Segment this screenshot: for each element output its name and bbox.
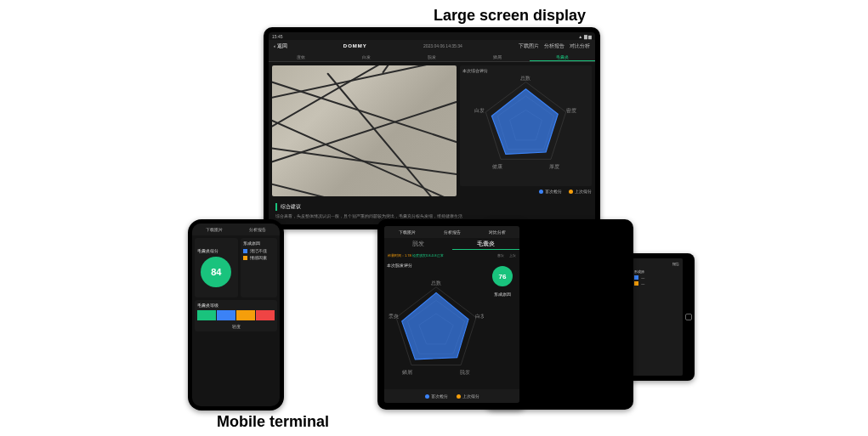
tab-item[interactable]: 脱发 xyxy=(400,52,465,61)
pad-tabs: 脱发 毛囊炎 xyxy=(384,238,519,250)
square-icon xyxy=(634,281,638,286)
pad-radar-card: 本次脱发评分 总数 白发 脱发 鳞屑 毛囊炎 xyxy=(387,263,485,387)
svg-text:毛囊炎: 毛囊炎 xyxy=(389,313,399,319)
pad-radar-title: 本次脱发评分 xyxy=(387,263,485,268)
score-circle: 84 xyxy=(201,257,231,287)
dot-icon xyxy=(457,394,461,399)
brand-logo: DOMMY xyxy=(343,43,367,48)
tab-item[interactable]: 脱发 xyxy=(384,238,452,250)
svg-marker-12 xyxy=(402,292,468,359)
status-time: 15:45 xyxy=(272,34,283,39)
home-button-icon[interactable] xyxy=(685,314,692,320)
large-screen-ui: 15:45 ▲ ▇ ▆ ‹ 返回 DOMMY 2023.04.06 14:35:… xyxy=(269,32,595,224)
report-button[interactable]: 分析报告 xyxy=(544,42,564,50)
tab-item-active[interactable]: 毛囊炎 xyxy=(452,238,520,250)
large-screen-device: 15:45 ▲ ▇ ▆ ‹ 返回 DOMMY 2023.04.06 14:35:… xyxy=(264,27,600,229)
pad-device: 下载图片 分析报告 对比分析 脱发 毛囊炎 检测时间：1.78 轻度脱发0.8-… xyxy=(377,219,526,410)
advice-text: 综合来看，头皮整体情况认识一般，且个别严重的问题较为突出，毛囊充分根头发细，维持… xyxy=(275,213,588,219)
large-screen-label: Large screen display xyxy=(434,7,586,25)
pad-meta: 检测时间：1.78 轻度脱发0.8-0.8 正常 首次上次 xyxy=(384,250,519,260)
status-bar: 15:45 ▲ ▇ ▆ xyxy=(269,32,595,40)
pad-legend: 首次检分 上次得分 xyxy=(384,389,519,403)
square-icon xyxy=(243,256,247,260)
svg-text:厚度: 厚度 xyxy=(549,163,559,169)
svg-text:脱发: 脱发 xyxy=(460,370,470,375)
svg-text:白发: 白发 xyxy=(475,314,484,319)
download-button[interactable]: 下载图片 xyxy=(399,229,416,235)
level-value: 轻度 xyxy=(197,324,275,329)
tab-item[interactable]: 度效 xyxy=(269,52,334,61)
square-icon xyxy=(243,249,247,253)
mobile-terminal-label: Mobile terminal xyxy=(217,413,329,431)
level-bars xyxy=(197,310,275,320)
tab-bar: 度效 白发 脱发 鳞屑 毛囊炎 xyxy=(269,52,595,62)
score-card: 毛囊炎得分 84 xyxy=(195,238,238,297)
advice-title: 综合建议 xyxy=(275,203,588,211)
radar-card: 本次综合评分 总数 密度 厚度 健康 白发 xyxy=(460,65,592,186)
radar-legend: 首次检分 上次得分 xyxy=(460,186,592,196)
timestamp: 2023.04.06 14:35:34 xyxy=(423,43,462,48)
dot-icon xyxy=(539,190,543,194)
meta-last: 上次 xyxy=(509,253,516,258)
svg-text:总数: 总数 xyxy=(520,76,531,81)
download-button[interactable]: 下载图片 xyxy=(206,227,223,232)
dot-icon xyxy=(425,394,429,399)
svg-text:白发: 白发 xyxy=(474,108,485,113)
radar-title: 本次综合评分 xyxy=(462,68,589,73)
score-title: 毛囊炎得分 xyxy=(197,248,218,253)
score-circle: 76 xyxy=(492,266,513,286)
svg-text:健康: 健康 xyxy=(492,163,502,169)
dot-icon xyxy=(569,190,573,194)
svg-text:鳞屑: 鳞屑 xyxy=(402,370,412,375)
mobile-header: 下载图片 分析报告 xyxy=(192,224,280,235)
report-button[interactable]: 报告 xyxy=(672,262,679,266)
pad-header: 下载图片 分析报告 对比分析 xyxy=(384,226,519,238)
meta-first: 首次 xyxy=(497,253,504,258)
svg-text:密度: 密度 xyxy=(566,107,576,113)
level-title: 毛囊炎等级 xyxy=(197,303,275,308)
scalp-image[interactable] xyxy=(272,65,457,196)
square-icon xyxy=(634,275,638,280)
tab-item-active[interactable]: 毛囊炎 xyxy=(530,52,595,61)
cause-card: 形成原因 清洁不佳 情感因素 xyxy=(241,238,277,297)
mobile-device: 下载图片 分析报告 毛囊炎得分 84 形成原因 清洁不佳 情感因素 毛囊炎等级 … xyxy=(188,219,284,411)
level-card: 毛囊炎等级 轻度 xyxy=(195,300,277,331)
meta-left: 检测时间：1.78 轻度脱发0.8-0.8 正常 xyxy=(388,253,445,258)
tab-item[interactable]: 鳞屑 xyxy=(464,52,530,61)
app-header: ‹ 返回 DOMMY 2023.04.06 14:35:34 下载图片 分析报告… xyxy=(269,40,595,52)
download-button[interactable]: 下载图片 xyxy=(519,42,539,50)
radar-chart: 总数 白发 脱发 鳞屑 毛囊炎 xyxy=(389,273,484,385)
svg-text:总数: 总数 xyxy=(430,280,441,286)
legend-text: 清洁不佳 xyxy=(250,248,267,253)
pad-score-card: 76 形成原因 xyxy=(488,263,517,387)
back-button[interactable]: ‹ 返回 xyxy=(274,42,287,50)
status-icons: ▲ ▇ ▆ xyxy=(578,34,592,39)
legend-text: 情感因素 xyxy=(250,255,267,260)
cause-title: 形成原因 xyxy=(243,241,275,246)
report-button[interactable]: 分析报告 xyxy=(444,229,461,235)
pad-ui: 下载图片 分析报告 对比分析 脱发 毛囊炎 检测时间：1.78 轻度脱发0.8-… xyxy=(384,226,519,403)
compare-button[interactable]: 对比分析 xyxy=(489,229,506,235)
cause-title: 形成原 xyxy=(634,269,679,274)
cause-title: 形成原因 xyxy=(494,292,511,297)
radar-chart: 总数 密度 厚度 健康 白发 xyxy=(468,74,583,174)
compare-button[interactable]: 对比分析 xyxy=(570,42,590,50)
report-button[interactable]: 分析报告 xyxy=(249,227,266,232)
mobile-ui: 下载图片 分析报告 毛囊炎得分 84 形成原因 清洁不佳 情感因素 毛囊炎等级 … xyxy=(192,224,280,406)
tab-item[interactable]: 白发 xyxy=(334,52,400,61)
